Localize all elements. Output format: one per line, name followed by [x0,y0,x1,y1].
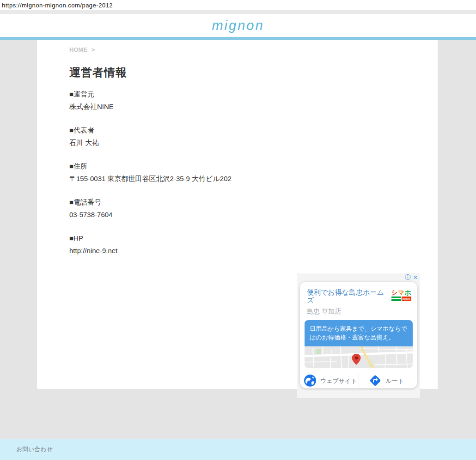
section-label: ■代表者 [69,124,438,136]
ad-controls: ⓘ × [405,274,418,281]
shimaho-logo-text: シマホ [391,289,412,296]
ad-actions: ウェブサイト ルート [300,368,417,388]
ad-map-thumbnail[interactable] [305,346,413,368]
ad-card[interactable]: 便利でお得な島忠ホームズ 島忠 草加店 シマホ Homes 日用品から家具まで、… [300,282,417,388]
page-title: 運営者情報 [69,65,438,80]
site-logo[interactable]: mignon [212,18,264,33]
section-value: 〒155-0031 東京都世田谷区北沢2-35-9 大竹ビル202 [69,172,438,185]
ad-frame: ⓘ × 便利でお得な島忠ホームズ 島忠 草加店 シマホ Homes [297,273,420,398]
website-button[interactable]: ウェブサイト [303,375,359,388]
ad-title-link[interactable]: 便利でお得な島忠ホームズ [307,288,391,304]
ad-header-text: 便利でお得な島忠ホームズ 島忠 草加店 [307,288,391,316]
website-button-label: ウェブサイト [320,377,357,385]
top-divider [0,10,476,14]
section-value: http://nine-9.net [69,244,438,257]
section-homepage: ■HP http://nine-9.net [69,232,438,257]
shimachu-badge [391,297,401,301]
section-label: ■運営元 [69,88,438,100]
section-label: ■電話番号 [69,196,438,208]
directions-icon [369,375,381,388]
section-value: 石川 大祐 [69,136,438,149]
footer-contact-link[interactable]: お問い合わせ [16,445,53,454]
ad-header: 便利でお得な島忠ホームズ 島忠 草加店 シマホ Homes [300,282,417,320]
ad-message: 日用品から家具まで、シマホならではのお得価格・豊富な品揃え。 [305,320,413,346]
ad-subtitle: 島忠 草加店 [307,308,391,316]
section-value: 03-5738-7604 [69,208,438,221]
section-operator: ■運営元 株式会社NINE [69,88,438,113]
route-button[interactable]: ルート [359,375,415,388]
breadcrumb: HOME > [69,46,438,53]
breadcrumb-separator: > [92,46,95,53]
homes-badge: Homes [402,297,411,301]
globe-icon [304,375,316,388]
section-address: ■住所 〒155-0031 東京都世田谷区北沢2-35-9 大竹ビル202 [69,160,438,185]
breadcrumb-home-link[interactable]: HOME [69,46,87,53]
ad-info-icon[interactable]: ⓘ [405,274,411,281]
shimaho-logo-badges: Homes [391,297,412,301]
page-url-text: https://mignon-mignon.com/page-2012 [0,0,476,10]
section-phone: ■電話番号 03-5738-7604 [69,196,438,221]
section-value: 株式会社NINE [69,100,438,113]
section-representative: ■代表者 石川 大祐 [69,124,438,149]
route-button-label: ルート [385,377,404,385]
section-label: ■HP [69,232,438,244]
footer: お問い合わせ [0,439,476,460]
section-label: ■住所 [69,160,438,172]
site-header: mignon [0,14,476,37]
shimaho-logo: シマホ Homes [391,289,412,316]
main-area: HOME > 運営者情報 ■運営元 株式会社NINE ■代表者 石川 大祐 ■住… [0,40,476,389]
ad-close-icon[interactable]: × [413,274,418,281]
map-park-patch [316,349,321,354]
